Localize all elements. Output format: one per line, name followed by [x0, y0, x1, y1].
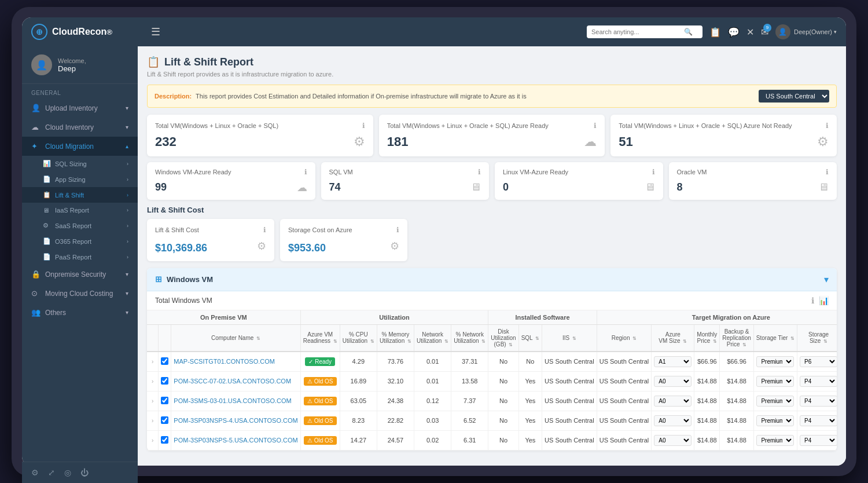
computer-name[interactable]: POM-3SP03NSPS-5.USA.CONTOSO.COM — [171, 430, 300, 450]
sidebar-sub-label: O365 Report — [55, 238, 91, 245]
row-checkbox[interactable] — [159, 371, 171, 391]
row-checkbox[interactable] — [159, 391, 171, 411]
sidebar-item-moving-cloud-costing[interactable]: ⊙ Moving Cloud Costing ▾ — [22, 284, 138, 303]
email-icon[interactable]: ✉ 9 — [761, 27, 768, 38]
col-vm-size[interactable]: AzureVM Size ⇅ — [652, 324, 694, 352]
col-storage-size[interactable]: StorageSize ⇅ — [797, 324, 837, 352]
col-iis[interactable]: IIS ⇅ — [542, 324, 597, 352]
hamburger-button[interactable]: ☰ — [144, 25, 167, 38]
user-area[interactable]: 👤 Deep(Owner) ▾ — [775, 24, 837, 39]
col-monthly[interactable]: MonthlyPrice ⇅ — [694, 324, 720, 352]
storage-size-select[interactable]: P4 — [797, 371, 837, 391]
sql-col: Yes — [518, 411, 542, 430]
close-icon[interactable]: ✕ — [746, 27, 754, 38]
col-network[interactable]: NetworkUtilization ⇅ — [414, 324, 451, 352]
sidebar-item-others[interactable]: 👥 Others ▾ — [22, 303, 138, 322]
col-cpu[interactable]: % CPUUtilization ⇅ — [340, 324, 377, 352]
storage-tier-select[interactable]: Premium — [753, 371, 797, 391]
export-icon[interactable]: 📊 — [819, 296, 829, 305]
net-util-pct: 37.31 — [451, 352, 488, 372]
storage-size-select[interactable]: P4 — [797, 430, 837, 450]
col-computer-name[interactable]: Computer Name ⇅ — [171, 324, 300, 352]
expand-btn[interactable]: › — [147, 352, 159, 372]
info-icon[interactable]: ℹ — [652, 168, 655, 176]
storage-size-select[interactable]: P4 — [797, 411, 837, 430]
sidebar-item-upload-inventory[interactable]: 👤 Upload Inventory ▾ — [22, 98, 138, 118]
storage-tier-select[interactable]: Premium — [753, 411, 797, 430]
info-icon[interactable]: ℹ — [826, 168, 829, 176]
computer-name[interactable]: MAP-SCSITGT01.CONTOSO.COM — [171, 352, 300, 372]
info-icon[interactable]: ℹ — [478, 168, 481, 176]
sidebar-item-cloud-migration[interactable]: ✦ Cloud Migration ▴ — [22, 137, 138, 156]
sidebar-welcome: Welcome, — [58, 57, 86, 64]
search-bar[interactable]: 🔍 — [587, 25, 703, 38]
search-icon[interactable]: 🔍 — [684, 28, 693, 36]
row-checkbox[interactable] — [159, 430, 171, 450]
info-icon[interactable]: ℹ — [594, 122, 597, 130]
info-icon[interactable]: ℹ — [304, 168, 307, 176]
vm-size-select[interactable]: A0 — [652, 371, 694, 391]
sidebar-sub-item-lift-shift[interactable]: 📋 Lift & Shift › — [22, 187, 138, 203]
expand-btn[interactable]: › — [147, 371, 159, 391]
vm-size-select[interactable]: A1 — [652, 352, 694, 372]
col-region[interactable]: Region ⇅ — [597, 324, 652, 352]
col-memory[interactable]: % MemoryUtilization ⇅ — [377, 324, 414, 352]
chat-icon[interactable]: 💬 — [728, 27, 740, 38]
small-stats-row: Windows VM-Azure Ready ℹ 99 ☁ SQL VM ℹ — [147, 162, 837, 199]
sidebar-sub-label: IaaS Report — [55, 207, 89, 214]
sidebar-sub-item-o365-report[interactable]: 📄 O365 Report › — [22, 233, 138, 249]
cloud-icon: ☁ — [584, 134, 597, 149]
computer-name[interactable]: POM-3SP03NSPS-4.USA.CONTOSO.COM — [171, 411, 300, 430]
expand-btn[interactable]: › — [147, 430, 159, 450]
net-util-pct: 13.58 — [451, 371, 488, 391]
group-header-utilization: Utilization — [300, 310, 488, 325]
col-azure-vm-readiness[interactable]: Azure VMReadiness ⇅ — [300, 324, 340, 352]
info-icon[interactable]: ℹ — [811, 296, 814, 305]
chevron-right-icon: › — [127, 177, 128, 182]
chevron-right-icon: › — [127, 192, 128, 198]
sidebar-item-onpremise-security[interactable]: 🔒 Onpremise Security ▾ — [22, 265, 138, 284]
chevron-down-icon: ▾ — [126, 271, 128, 277]
storage-size-select[interactable]: P4 — [797, 391, 837, 411]
row-checkbox[interactable] — [159, 411, 171, 430]
region-select[interactable]: US South Central — [759, 90, 829, 103]
vm-size-select[interactable]: A0 — [652, 411, 694, 430]
info-icon[interactable]: ℹ — [396, 226, 399, 234]
vm-size-select[interactable]: A0 — [652, 391, 694, 411]
storage-tier-select[interactable]: Premium — [753, 391, 797, 411]
storage-size-select[interactable]: P6 — [797, 352, 837, 372]
search-input[interactable] — [591, 28, 684, 35]
disk-util: No — [488, 352, 518, 372]
computer-name[interactable]: POM-3SCC-07-02.USA.CONTOSO.COM — [171, 371, 300, 391]
sidebar-sub-item-iaas-report[interactable]: 🖥 IaaS Report › — [22, 203, 138, 218]
sidebar-sub-item-app-sizing[interactable]: 📄 App Sizing › — [22, 171, 138, 187]
col-disk[interactable]: DiskUtilization(GB) ⇅ — [488, 324, 518, 352]
notes-icon[interactable]: 📋 — [709, 27, 721, 38]
chevron-right-icon: › — [127, 207, 128, 213]
col-storage-tier[interactable]: Storage Tier ⇅ — [753, 324, 797, 352]
chevron-right-icon: › — [127, 223, 128, 229]
sidebar-sub-item-sql-sizing[interactable]: 📊 SQL Sizing › — [22, 156, 138, 171]
expand-btn[interactable]: › — [147, 391, 159, 411]
storage-tier-select[interactable]: Premium — [753, 352, 797, 372]
info-icon[interactable]: ℹ — [362, 122, 365, 130]
computer-name[interactable]: POM-3SMS-03-01.USA.CONTOSO.COM — [171, 391, 300, 411]
row-checkbox[interactable] — [159, 352, 171, 372]
costing-icon: ⊙ — [31, 289, 41, 298]
stat-title: Linux VM-Azure Ready — [503, 168, 568, 176]
sidebar-item-cloud-inventory[interactable]: ☁ Cloud Inventory ▾ — [22, 118, 138, 137]
expand-btn[interactable]: › — [147, 411, 159, 430]
memory-util: 32.10 — [377, 371, 414, 391]
col-sql[interactable]: SQL ⇅ — [518, 324, 542, 352]
sidebar-sub-item-paas-report[interactable]: 📄 PaaS Report › — [22, 249, 138, 265]
col-net-util[interactable]: % NetworkUtilization ⇅ — [451, 324, 488, 352]
info-icon[interactable]: ℹ — [263, 226, 266, 234]
vm-size-select[interactable]: A0 — [652, 430, 694, 450]
info-icon[interactable]: ℹ — [826, 122, 829, 130]
sidebar-sub-item-saas-report[interactable]: ⚙ SaaS Report › — [22, 218, 138, 233]
storage-tier-select[interactable]: Premium — [753, 430, 797, 450]
sidebar-item-label: Cloud Migration — [45, 142, 94, 151]
col-backup[interactable]: Backup &ReplicationPrice ⇅ — [720, 324, 753, 352]
collapse-icon[interactable]: ▾ — [824, 274, 829, 285]
readiness-status: ⚠ Old OS — [300, 430, 340, 450]
